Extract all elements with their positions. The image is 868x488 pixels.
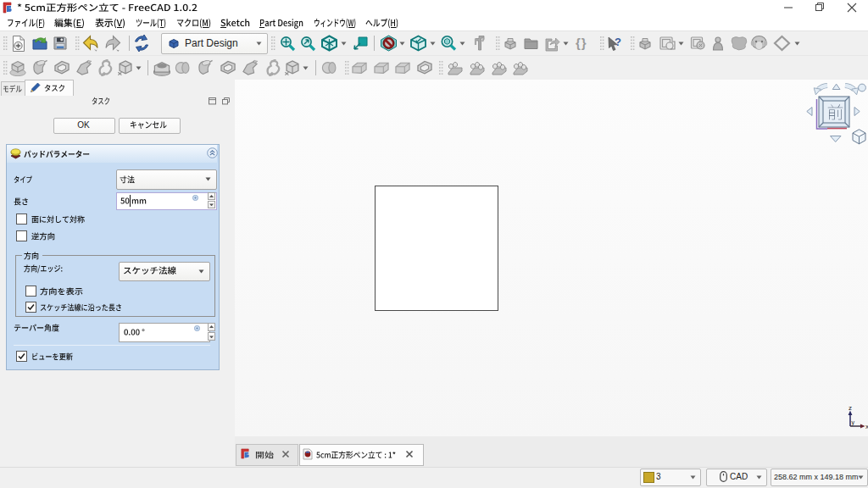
svg-text:?: ? [615, 36, 621, 48]
svg-text:z: z [849, 405, 852, 412]
svg-text:y: y [852, 419, 855, 426]
